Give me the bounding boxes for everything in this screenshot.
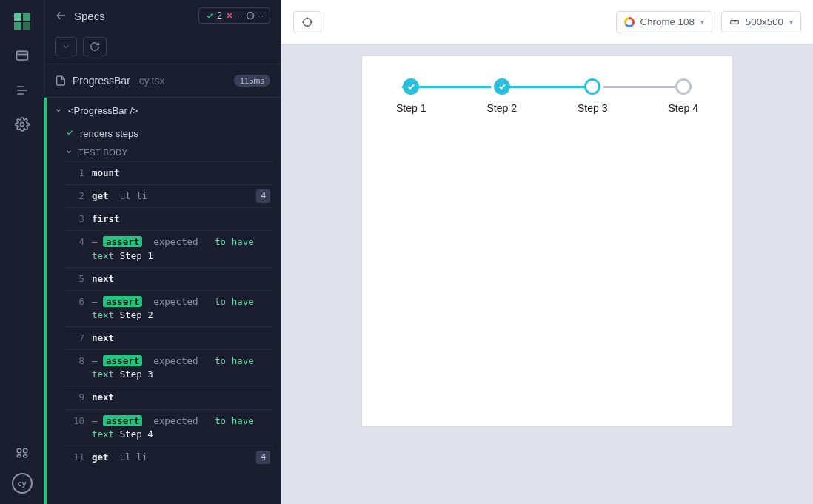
viewport-label: 500x500 xyxy=(746,16,783,27)
command-body: — assert expected to have text Step 2 xyxy=(92,295,267,322)
cypress-logo-icon: cy xyxy=(12,473,33,494)
collapse-panel-icon[interactable] xyxy=(55,10,67,21)
passed-count: 2 xyxy=(217,10,222,21)
command-body: get ul li xyxy=(92,189,267,203)
command-row[interactable]: 11get ul li4 xyxy=(64,446,273,468)
check-icon xyxy=(406,82,415,91)
step-node xyxy=(584,78,600,95)
progress-step: Step 1 xyxy=(396,78,426,114)
spec-file-row[interactable]: ProgressBar.cy.tsx 115ms xyxy=(44,64,281,98)
settings-nav-icon[interactable] xyxy=(15,117,30,132)
line-number: 11 xyxy=(70,451,84,464)
command-row[interactable]: 6— assert expected to have text Step 2 xyxy=(64,290,273,326)
command-body: mount xyxy=(92,167,267,180)
command-row[interactable]: 7next xyxy=(64,326,273,349)
file-icon xyxy=(55,75,67,87)
line-number: 3 xyxy=(70,212,84,226)
pass-indicator-bar xyxy=(44,98,47,504)
command-row[interactable]: 1mount xyxy=(64,161,273,184)
suite-title: <ProgressBar /> xyxy=(68,105,138,116)
line-number: 9 xyxy=(70,391,84,404)
check-icon xyxy=(65,128,74,139)
check-icon xyxy=(498,82,506,91)
reporter-panel: Specs 2 -- -- ProgressBar.cy.tsx 115ms xyxy=(44,0,281,504)
aut-stage: Step 1Step 2Step 3Step 4 xyxy=(281,44,813,504)
progress-step: Step 2 xyxy=(487,78,517,114)
command-body: — assert expected to have text Step 1 xyxy=(92,235,267,262)
line-number: 8 xyxy=(70,355,84,381)
nav-rail: cy xyxy=(0,0,44,504)
command-row[interactable]: 10— assert expected to have text Step 4 xyxy=(64,409,273,446)
chevron-down-icon: ▾ xyxy=(700,18,704,26)
step-node xyxy=(675,78,692,95)
line-number: 2 xyxy=(70,189,84,203)
browser-select[interactable]: Chrome 108 ▾ xyxy=(616,11,712,33)
command-row[interactable]: 3first xyxy=(64,207,273,230)
command-row[interactable]: 5next xyxy=(64,267,273,290)
chrome-icon xyxy=(624,17,635,27)
ruler-icon xyxy=(729,17,740,27)
pending-icon xyxy=(246,11,255,20)
runs-nav-icon[interactable] xyxy=(15,83,30,98)
panel-title: Specs xyxy=(74,10,105,22)
specs-nav-icon[interactable] xyxy=(15,49,30,64)
step-label: Step 4 xyxy=(669,102,698,114)
suite-row[interactable]: <ProgressBar /> xyxy=(44,98,281,124)
check-icon xyxy=(205,11,214,20)
command-row[interactable]: 9next xyxy=(64,386,273,409)
selector-playground-button[interactable] xyxy=(293,11,321,33)
crosshair-icon xyxy=(301,16,313,28)
step-label: Step 1 xyxy=(396,102,426,114)
pending-count: -- xyxy=(258,10,264,21)
browser-label: Chrome 108 xyxy=(640,16,695,27)
spec-ext: .cy.tsx xyxy=(136,75,165,87)
svg-rect-3 xyxy=(23,449,27,453)
line-number: 1 xyxy=(70,167,84,180)
step-label: Step 2 xyxy=(487,102,517,114)
app-logo xyxy=(14,13,30,30)
command-row[interactable]: 2get ul li4 xyxy=(64,184,273,207)
step-node xyxy=(494,78,510,95)
chevron-down-icon xyxy=(65,148,73,157)
line-number: 10 xyxy=(70,414,84,441)
test-body-header[interactable]: TEST BODY xyxy=(44,144,281,161)
chevron-down-icon: ▾ xyxy=(789,18,793,26)
command-body: — assert expected to have text Step 4 xyxy=(92,414,267,441)
command-row[interactable]: 8— assert expected to have text Step 3 xyxy=(64,349,273,386)
svg-rect-4 xyxy=(17,455,21,457)
command-body: first xyxy=(92,212,267,226)
aut-toolbar: Chrome 108 ▾ 500x500 ▾ xyxy=(281,0,813,44)
match-count-badge: 4 xyxy=(256,189,270,203)
svg-rect-2 xyxy=(17,449,21,453)
command-row[interactable]: 4— assert expected to have text Step 1 xyxy=(64,230,273,266)
rerun-button[interactable] xyxy=(83,37,107,56)
options-dropdown-button[interactable] xyxy=(55,37,77,56)
progress-bar: Step 1Step 2Step 3Step 4 xyxy=(396,78,698,114)
step-label: Step 3 xyxy=(578,102,607,114)
progress-step: Step 3 xyxy=(578,78,607,114)
keyboard-icon[interactable] xyxy=(15,445,30,460)
x-icon xyxy=(225,11,234,20)
svg-rect-0 xyxy=(16,51,27,60)
test-row[interactable]: renders steps xyxy=(44,124,281,144)
match-count-badge: 4 xyxy=(256,451,270,464)
command-body: next xyxy=(92,272,267,286)
chevron-down-icon xyxy=(55,105,62,116)
aut-frame: Step 1Step 2Step 3Step 4 xyxy=(362,56,732,426)
viewport-select[interactable]: 500x500 ▾ xyxy=(721,11,801,33)
command-body: get ul li xyxy=(92,451,267,464)
svg-rect-5 xyxy=(23,455,27,457)
svg-point-6 xyxy=(247,13,254,19)
line-number: 7 xyxy=(70,332,84,345)
command-body: — assert expected to have text Step 3 xyxy=(92,355,267,381)
progress-step: Step 4 xyxy=(669,78,698,114)
run-stats: 2 -- -- xyxy=(198,7,270,24)
line-number: 4 xyxy=(70,235,84,262)
svg-point-1 xyxy=(20,123,24,127)
spec-name: ProgressBar xyxy=(73,75,130,87)
spec-duration: 115ms xyxy=(234,75,270,87)
test-title: renders steps xyxy=(80,128,138,139)
test-body-label: TEST BODY xyxy=(78,148,128,157)
command-body: next xyxy=(92,391,267,404)
refresh-icon xyxy=(90,41,100,52)
